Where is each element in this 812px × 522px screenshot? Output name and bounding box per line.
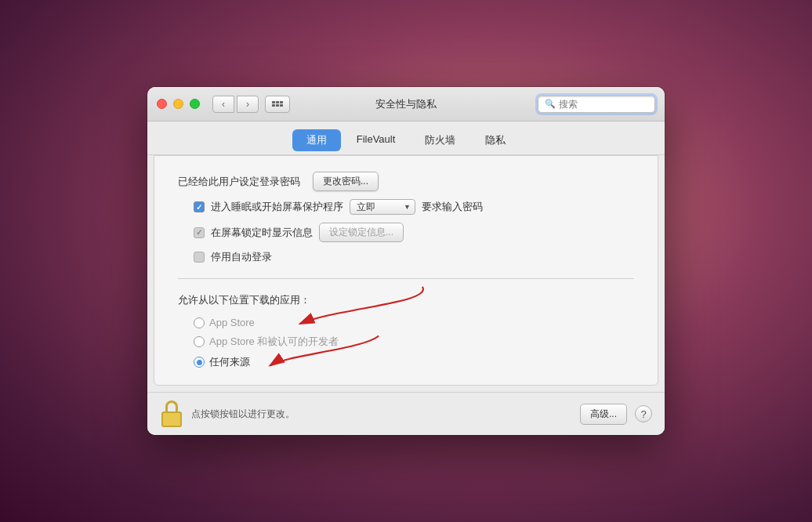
tabs-bar: 通用 FileVault 防火墙 隐私 [147, 121, 665, 155]
back-button[interactable]: ‹ [212, 96, 234, 113]
minimize-button[interactable] [173, 99, 183, 109]
autologin-checkbox[interactable] [194, 252, 205, 263]
lock-shackle [165, 401, 178, 411]
forward-button[interactable]: › [237, 96, 259, 113]
lockscreen-checkbox[interactable] [194, 227, 205, 238]
titlebar: ‹ › 安全性与隐私 🔍 [147, 87, 665, 121]
tab-privacy[interactable]: 隐私 [471, 129, 520, 154]
search-icon: 🔍 [545, 99, 556, 109]
radio-appstore-dev[interactable] [194, 336, 205, 347]
download-section-title: 允许从以下位置下载的应用： [178, 293, 634, 307]
autologin-label: 停用自动登录 [211, 250, 272, 264]
bottom-text: 点按锁按钮以进行更改。 [191, 408, 572, 421]
advanced-button[interactable]: 高级... [580, 404, 627, 425]
radio-anywhere-label: 任何来源 [209, 355, 250, 369]
radio-appstore-label: App Store [209, 317, 255, 328]
close-button[interactable] [157, 99, 167, 109]
sleep-row: 进入睡眠或开始屏幕保护程序 立即 5分钟后 15分钟后 ▼ 要求输入密码 [194, 199, 634, 215]
lock-body [161, 411, 182, 427]
tab-general[interactable]: 通用 [292, 129, 341, 151]
main-content: 已经给此用户设定登录密码 更改密码... 进入睡眠或开始屏幕保护程序 立即 5分… [154, 155, 658, 386]
radio-anywhere[interactable] [194, 357, 205, 368]
nav-buttons: ‹ › [212, 96, 259, 113]
radio-appstore[interactable] [194, 317, 205, 328]
lockscreen-label: 在屏幕锁定时显示信息 [211, 226, 313, 240]
tab-firewall[interactable]: 防火墙 [411, 129, 469, 154]
sleep-label: 进入睡眠或开始屏幕保护程序 [211, 200, 343, 214]
immediately-dropdown-wrapper[interactable]: 立即 5分钟后 15分钟后 ▼ [350, 199, 415, 215]
immediately-dropdown[interactable]: 立即 5分钟后 15分钟后 [350, 199, 415, 215]
section-divider [178, 278, 634, 279]
radio-appstore-row: App Store [194, 317, 634, 328]
main-window: ‹ › 安全性与隐私 🔍 通用 FileVault 防火墙 隐私 已经给此用户设… [147, 87, 665, 435]
change-password-button[interactable]: 更改密码... [313, 172, 379, 191]
lock-icon[interactable] [160, 401, 183, 427]
maximize-button[interactable] [190, 99, 200, 109]
lockscreen-row: 在屏幕锁定时显示信息 设定锁定信息... [194, 223, 634, 242]
traffic-lights [157, 99, 200, 109]
search-box[interactable]: 🔍 [538, 96, 655, 113]
download-radio-group: App Store App Store 和被认可的开发者 任何来源 [194, 317, 634, 369]
require-password-label: 要求输入密码 [422, 200, 483, 214]
search-input[interactable] [559, 99, 648, 110]
window-title: 安全性与隐私 [375, 97, 437, 111]
set-lock-info-button: 设定锁定信息... [319, 223, 404, 242]
radio-anywhere-row: 任何来源 [194, 355, 634, 369]
radio-appstore-dev-row: App Store 和被认可的开发者 [194, 335, 634, 349]
grid-view-button[interactable] [265, 96, 290, 113]
grid-icon [272, 101, 283, 107]
password-label: 已经给此用户设定登录密码 [178, 175, 300, 189]
help-button[interactable]: ? [635, 405, 652, 422]
autologin-row: 停用自动登录 [194, 250, 634, 264]
tab-filevault[interactable]: FileVault [343, 129, 410, 154]
sleep-checkbox[interactable] [194, 201, 205, 212]
bottom-bar: 点按锁按钮以进行更改。 高级... ? [147, 392, 665, 435]
password-row: 已经给此用户设定登录密码 更改密码... [178, 172, 634, 191]
radio-appstore-dev-label: App Store 和被认可的开发者 [209, 335, 339, 349]
